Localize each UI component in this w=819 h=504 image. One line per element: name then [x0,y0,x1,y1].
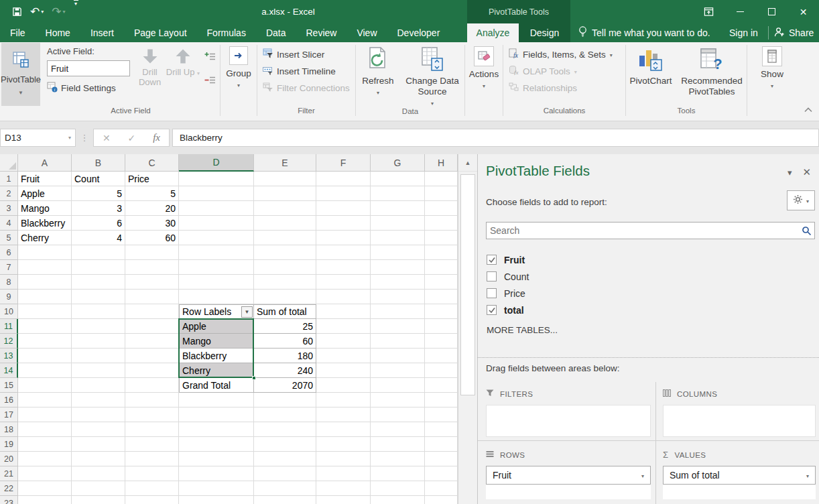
cell-C7[interactable] [125,260,179,275]
cell-A17[interactable] [18,407,72,422]
cell-F18[interactable] [316,422,371,437]
search-input[interactable] [487,225,798,236]
cell-B23[interactable] [72,496,125,504]
cell-C22[interactable] [125,481,179,496]
values-area[interactable]: Σ VALUES Sum of total▾ [663,446,816,499]
cell-A22[interactable] [18,481,72,496]
tab-page-layout[interactable]: Page Layout [124,23,197,42]
tools-gear-button[interactable]: ▾ [787,190,815,210]
tab-insert[interactable]: Insert [80,23,124,42]
cell-H19[interactable] [425,437,458,452]
cell-D8[interactable] [179,275,254,290]
cell-B6[interactable] [72,245,125,260]
cell-C23[interactable] [125,496,179,504]
expand-field-icon[interactable] [204,52,216,64]
cell-A7[interactable] [18,260,72,275]
cell-E3[interactable] [254,201,316,216]
cell-E6[interactable] [254,245,316,260]
cell-D16[interactable] [179,393,254,407]
row-header-12[interactable]: 12 [0,334,18,349]
cell-C2[interactable]: 5 [125,186,179,201]
cell-E8[interactable] [254,275,316,290]
cell-B14[interactable] [72,363,125,378]
ribbon-display-options-icon[interactable] [693,0,724,23]
cell-C8[interactable] [125,275,179,290]
pivottable-options-button[interactable]: PivotTable ▼ [1,43,40,106]
cell-H22[interactable] [425,481,458,496]
cell-D21[interactable] [179,466,254,481]
cell-G10[interactable] [371,304,425,319]
cell-F7[interactable] [316,260,371,275]
cell-B1[interactable]: Count [72,172,125,186]
cell-H16[interactable] [425,393,458,407]
cell-A12[interactable] [18,334,72,349]
cell-G23[interactable] [371,496,425,504]
cell-G3[interactable] [371,201,425,216]
checkbox-fruit[interactable] [487,255,497,265]
rows-area[interactable]: ROWS Fruit▾ [486,446,651,499]
cell-C12[interactable] [125,334,179,349]
fields-items-sets-button[interactable]: fxFields, Items, & Sets▾ [509,48,613,60]
cell-A23[interactable] [18,496,72,504]
row-header-23[interactable]: 23 [0,496,18,504]
cell-D7[interactable] [179,260,254,275]
cell-D23[interactable] [179,496,254,504]
cell-F20[interactable] [316,452,371,466]
cell-H20[interactable] [425,452,458,466]
values-dropzone[interactable]: Sum of total▾ [663,466,816,499]
cell-A16[interactable] [18,393,72,407]
pill-dropdown-icon[interactable]: ▾ [641,473,644,479]
row-header-20[interactable]: 20 [0,452,18,466]
cell-E18[interactable] [254,422,316,437]
cell-E7[interactable] [254,260,316,275]
cell-H21[interactable] [425,466,458,481]
column-header-d[interactable]: D [179,154,254,172]
cell-D18[interactable] [179,422,254,437]
sign-in-button[interactable]: Sign in [729,23,758,42]
cell-D4[interactable] [179,216,254,231]
columns-area[interactable]: COLUMNS [663,385,816,437]
cell-B20[interactable] [72,452,125,466]
tab-home[interactable]: Home [36,23,80,42]
cell-E15[interactable]: 2070 [254,378,316,393]
cell-D22[interactable] [179,481,254,496]
cell-C9[interactable] [125,290,179,304]
cell-E13[interactable]: 180 [254,349,316,363]
cell-A1[interactable]: Fruit [18,172,72,186]
row-header-17[interactable]: 17 [0,407,18,422]
row-header-2[interactable]: 2 [0,186,18,201]
rows-dropzone[interactable]: Fruit▾ [486,466,651,499]
cell-F17[interactable] [316,407,371,422]
cell-A13[interactable] [18,349,72,363]
cell-A20[interactable] [18,452,72,466]
cell-E11[interactable]: 25 [254,319,316,334]
area-pill-sum-of-total[interactable]: Sum of total▾ [663,466,816,485]
row-labels-filter-icon[interactable]: ▼ [241,306,253,318]
insert-slicer-button[interactable]: Insert Slicer [263,48,350,60]
column-header-f[interactable]: F [316,154,371,172]
row-header-3[interactable]: 3 [0,201,18,216]
pill-dropdown-icon[interactable]: ▾ [806,473,809,479]
collapse-field-icon[interactable] [204,75,216,88]
row-header-1[interactable]: 1 [0,172,18,186]
cell-H11[interactable] [425,319,458,334]
column-header-c[interactable]: C [125,154,179,172]
cell-B9[interactable] [72,290,125,304]
cell-H12[interactable] [425,334,458,349]
pane-options-chevron-icon[interactable]: ▾ [788,168,792,178]
cell-F14[interactable] [316,363,371,378]
name-box[interactable]: D13 ▾ [0,129,76,147]
relationships-button[interactable]: Relationships [509,82,613,94]
cell-H4[interactable] [425,216,458,231]
row-header-13[interactable]: 13 [0,349,18,363]
more-tables-link[interactable]: MORE TABLES... [487,325,558,335]
cell-C6[interactable] [125,245,179,260]
cell-F1[interactable] [316,172,371,186]
cell-C3[interactable]: 20 [125,201,179,216]
checkbox-count[interactable] [487,271,497,281]
cell-E9[interactable] [254,290,316,304]
cell-C18[interactable] [125,422,179,437]
group-button[interactable]: Group ▾ [226,42,251,91]
cell-B16[interactable] [72,393,125,407]
cell-F21[interactable] [316,466,371,481]
